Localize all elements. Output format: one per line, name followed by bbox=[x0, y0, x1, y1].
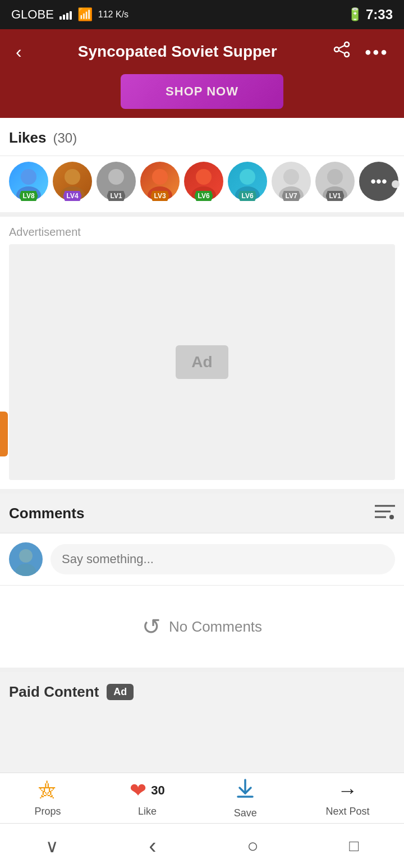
svg-point-11 bbox=[152, 169, 168, 185]
ad-placeholder-text: Ad bbox=[176, 345, 228, 379]
likes-label: Likes bbox=[9, 129, 47, 147]
list-item[interactable]: LV7 bbox=[272, 162, 311, 201]
comments-header: Comments bbox=[0, 494, 404, 533]
level-badge: LV6 bbox=[194, 191, 213, 201]
ad-box: Ad bbox=[9, 244, 395, 480]
status-bar: GLOBE 📶 112 K/s 🔋 7:33 bbox=[0, 0, 404, 29]
list-item[interactable]: LV1 bbox=[315, 162, 355, 201]
svg-point-25 bbox=[19, 549, 33, 563]
likes-count: (30) bbox=[53, 130, 77, 146]
share-icon[interactable] bbox=[329, 36, 355, 67]
likes-header: Likes (30) bbox=[0, 118, 404, 156]
list-item[interactable]: LV6 bbox=[228, 162, 267, 201]
carrier-label: GLOBE bbox=[11, 7, 54, 22]
list-item[interactable]: LV6 bbox=[184, 162, 223, 201]
advertisement-section: Advertisement Ad bbox=[0, 217, 404, 489]
status-right: 🔋 7:33 bbox=[347, 7, 393, 22]
page-title: Syncopated Soviet Supper bbox=[26, 43, 329, 61]
svg-point-13 bbox=[196, 169, 212, 185]
wifi-icon: 📶 bbox=[77, 7, 93, 22]
svg-point-15 bbox=[240, 169, 255, 185]
sys-recents-button[interactable]: □ bbox=[336, 830, 372, 862]
svg-point-5 bbox=[21, 169, 36, 185]
paid-content-title: Paid Content bbox=[9, 683, 99, 701]
signal-bar-4 bbox=[70, 11, 72, 20]
level-badge: LV4 bbox=[63, 191, 81, 201]
sys-back-button[interactable]: ‹ bbox=[135, 826, 169, 865]
save-label: Save bbox=[234, 807, 257, 819]
list-item[interactable]: LV1 bbox=[97, 162, 136, 201]
level-badge: LV1 bbox=[325, 191, 344, 201]
signal-bar-1 bbox=[59, 16, 62, 20]
svg-point-0 bbox=[345, 42, 349, 47]
status-left: GLOBE 📶 112 K/s bbox=[11, 7, 128, 22]
svg-point-2 bbox=[345, 52, 349, 57]
list-item[interactable]: LV8 bbox=[9, 162, 48, 201]
top-nav: ‹ Syncopated Soviet Supper ●●● bbox=[0, 29, 404, 74]
save-icon bbox=[235, 778, 256, 804]
svg-point-7 bbox=[65, 169, 80, 185]
scroll-indicator bbox=[387, 162, 404, 207]
signal-bar-2 bbox=[63, 15, 65, 20]
speed-label: 112 K/s bbox=[98, 10, 128, 20]
svg-point-17 bbox=[283, 169, 299, 185]
comments-title: Comments bbox=[9, 505, 84, 522]
save-button[interactable]: Save bbox=[223, 773, 268, 824]
svg-line-4 bbox=[339, 51, 345, 53]
current-user-avatar bbox=[9, 542, 43, 576]
shop-now-button[interactable]: SHOP NOW bbox=[121, 74, 283, 109]
like-heart-icon: ❤ bbox=[130, 779, 146, 802]
banner-section: SHOP NOW bbox=[0, 74, 404, 118]
battery-icon: 🔋 bbox=[347, 7, 362, 22]
more-options-icon[interactable]: ●●● bbox=[360, 41, 393, 63]
comments-section: Comments ↺ No Comments bbox=[0, 494, 404, 668]
system-nav-bar: ∨ ‹ ○ □ bbox=[0, 823, 404, 868]
level-badge: LV7 bbox=[282, 191, 300, 201]
signal-bar-3 bbox=[66, 13, 68, 20]
paid-content-header: Paid Content Ad bbox=[9, 683, 395, 701]
svg-point-9 bbox=[108, 169, 124, 185]
level-badge: LV8 bbox=[19, 191, 38, 201]
list-item[interactable]: LV3 bbox=[140, 162, 180, 201]
like-count: 30 bbox=[151, 783, 164, 798]
svg-point-24 bbox=[389, 515, 394, 519]
props-label: Props bbox=[34, 806, 61, 817]
more-likes-icon: ••• bbox=[370, 172, 387, 190]
nav-right: ●●● bbox=[329, 36, 393, 67]
paid-content-ad-badge: Ad bbox=[107, 684, 134, 700]
svg-point-1 bbox=[334, 47, 339, 52]
level-badge: LV3 bbox=[150, 191, 169, 201]
sys-home-button[interactable]: ○ bbox=[233, 828, 272, 864]
props-icon: ⛤ bbox=[38, 779, 58, 802]
next-post-button[interactable]: → Next Post bbox=[315, 774, 381, 822]
level-badge: LV6 bbox=[238, 191, 256, 201]
sys-chevron-button[interactable]: ∨ bbox=[32, 829, 72, 864]
comment-input[interactable] bbox=[50, 544, 395, 574]
next-post-icon: → bbox=[338, 779, 358, 802]
list-item[interactable]: LV4 bbox=[53, 162, 92, 201]
svg-line-3 bbox=[339, 45, 345, 48]
sort-comments-icon[interactable] bbox=[375, 504, 395, 523]
likes-avatars-row: LV8 LV4 LV1 LV3 LV6 LV6 bbox=[0, 156, 404, 212]
side-handle bbox=[0, 412, 8, 456]
svg-point-26 bbox=[16, 564, 36, 576]
next-post-label: Next Post bbox=[326, 806, 370, 817]
level-badge: LV1 bbox=[107, 191, 125, 201]
no-comments-label: No Comments bbox=[169, 618, 262, 636]
like-button[interactable]: ❤ 30 Like bbox=[118, 774, 176, 822]
time-label: 7:33 bbox=[366, 7, 393, 22]
signal-bars bbox=[59, 10, 72, 20]
no-comments-area: ↺ No Comments bbox=[0, 586, 404, 668]
like-label: Like bbox=[138, 806, 157, 817]
refresh-icon: ↺ bbox=[142, 614, 161, 639]
svg-point-19 bbox=[327, 169, 343, 185]
back-button[interactable]: ‹ bbox=[11, 37, 26, 67]
advertisement-label: Advertisement bbox=[9, 226, 395, 239]
scroll-dot bbox=[392, 180, 400, 188]
props-button[interactable]: ⛤ Props bbox=[23, 774, 72, 822]
bottom-nav: ⛤ Props ❤ 30 Like Save → Next Post bbox=[0, 773, 404, 823]
comment-input-row bbox=[0, 533, 404, 586]
